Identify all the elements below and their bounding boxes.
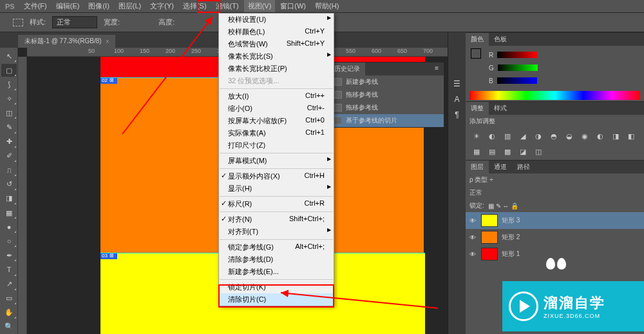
layers-tab[interactable]: 图层 bbox=[466, 161, 489, 173]
history-tab[interactable]: 历史记录 bbox=[329, 63, 365, 75]
type-tool[interactable]: T bbox=[1, 263, 17, 276]
menu-item-显示(H)[interactable]: 显示(H) bbox=[219, 182, 334, 195]
adjust-icon[interactable]: ◐ bbox=[486, 130, 498, 142]
adjust-icon[interactable]: ◒ bbox=[564, 130, 575, 142]
dodge-tool[interactable]: ○ bbox=[1, 235, 17, 248]
menu-edit[interactable]: 编辑(E) bbox=[52, 0, 84, 12]
menu-item-校样设置(U)[interactable]: 校样设置(U) bbox=[219, 14, 334, 26]
menu-item-放大(I)[interactable]: 放大(I)Ctrl++ bbox=[219, 90, 334, 103]
menu-filter[interactable]: 滤镜(T) bbox=[212, 0, 243, 12]
lock-icons[interactable]: ▦ ✎ ↔ 🔒 bbox=[488, 202, 518, 210]
menu-type[interactable]: 文字(Y) bbox=[146, 0, 178, 12]
menu-item-色域警告(W)[interactable]: 色域警告(W)Shift+Ctrl+Y bbox=[219, 38, 334, 50]
history-brush-tool[interactable]: ↺ bbox=[1, 178, 17, 191]
menu-view[interactable]: 视图(V) bbox=[244, 0, 276, 12]
history-panel[interactable]: 历史记录≡ 新建参考线拖移参考线拖移参考线基于参考线的切片 bbox=[328, 62, 444, 128]
layer-row[interactable]: 👁矩形 3 bbox=[466, 212, 644, 229]
hand-tool[interactable]: ✋ bbox=[1, 306, 17, 319]
adjust-icon[interactable]: ◫ bbox=[533, 146, 544, 157]
stamp-tool[interactable]: ⎍ bbox=[1, 164, 17, 177]
heal-tool[interactable]: ✚ bbox=[1, 135, 17, 148]
menu-item-像素长宽比(S)[interactable]: 像素长宽比(S) bbox=[219, 50, 334, 63]
menu-image[interactable]: 图像(I) bbox=[84, 0, 113, 12]
adjust-icon[interactable]: ◑ bbox=[533, 130, 544, 142]
adjust-icon[interactable]: ◓ bbox=[548, 130, 560, 142]
adjust-tab[interactable]: 调整 bbox=[466, 102, 489, 115]
panel-menu-icon[interactable]: ≡ bbox=[430, 63, 444, 75]
color-tab[interactable]: 颜色 bbox=[466, 33, 489, 46]
history-item[interactable]: 基于参考线的切片 bbox=[329, 114, 444, 127]
zoom-tool[interactable]: 🔍 bbox=[1, 320, 17, 333]
menu-item-清除参考线(D)[interactable]: 清除参考线(D) bbox=[219, 253, 334, 266]
path-tool[interactable]: ↗ bbox=[1, 278, 17, 291]
menu-item-像素长宽比校正(P)[interactable]: 像素长宽比校正(P) bbox=[219, 63, 334, 75]
adjust-icon[interactable]: ▦ bbox=[471, 146, 482, 157]
lasso-tool[interactable]: ⟆ bbox=[1, 78, 17, 91]
b-slider[interactable] bbox=[497, 77, 537, 84]
channels-tab[interactable]: 通道 bbox=[489, 161, 512, 173]
menu-item-缩小(O)[interactable]: 缩小(O)Ctrl+- bbox=[219, 103, 334, 115]
menu-item-打印尺寸(Z)[interactable]: 打印尺寸(Z) bbox=[219, 139, 334, 152]
menu-item-锁定参考线(G)[interactable]: 锁定参考线(G)Alt+Ctrl+; bbox=[219, 241, 334, 253]
adjust-icon[interactable]: ▤ bbox=[486, 146, 498, 157]
visibility-icon[interactable]: 👁 bbox=[468, 251, 477, 258]
layer-row[interactable]: 👁矩形 2 bbox=[466, 229, 644, 246]
menu-file[interactable]: 文件(F) bbox=[20, 0, 51, 12]
foreground-swatch[interactable] bbox=[471, 48, 481, 59]
adjust-icon[interactable]: ◪ bbox=[517, 146, 529, 157]
adjust-icon[interactable]: ◧ bbox=[625, 130, 637, 142]
close-icon[interactable]: × bbox=[106, 38, 109, 45]
eyedropper-tool[interactable]: ✎ bbox=[1, 121, 17, 133]
swatches-tab[interactable]: 色板 bbox=[489, 33, 512, 46]
color-ramp[interactable] bbox=[469, 91, 640, 100]
wand-tool[interactable]: ✧ bbox=[1, 92, 17, 105]
adjust-icon[interactable]: ◨ bbox=[610, 130, 621, 142]
menu-layer[interactable]: 图层(L) bbox=[115, 0, 145, 12]
menu-item-对齐(N)[interactable]: 对齐(N)Shift+Ctrl+; bbox=[219, 213, 334, 226]
menu-item-显示额外内容(X)[interactable]: 显示额外内容(X)Ctrl+H bbox=[219, 170, 334, 182]
menu-item-屏幕模式(M)[interactable]: 屏幕模式(M) bbox=[219, 155, 334, 167]
marquee-tool[interactable]: ▢ bbox=[1, 64, 17, 77]
layer-filter-kind[interactable]: ρ 类型 ÷ bbox=[469, 175, 493, 184]
brush-tool[interactable]: ✐ bbox=[1, 150, 17, 162]
blur-tool[interactable]: ● bbox=[1, 221, 17, 233]
history-icon[interactable]: ☰ bbox=[451, 77, 464, 90]
adjust-icon[interactable]: ☀ bbox=[471, 130, 482, 142]
visibility-icon[interactable]: 👁 bbox=[468, 217, 477, 224]
menu-window[interactable]: 窗口(W) bbox=[276, 0, 310, 12]
adjust-icon[interactable]: ◉ bbox=[579, 130, 591, 142]
crop-tool[interactable]: ◫ bbox=[1, 106, 17, 119]
adjust-icon[interactable]: ▩ bbox=[502, 146, 513, 157]
adjust-icon[interactable]: ◐ bbox=[594, 130, 606, 142]
eraser-tool[interactable]: ◨ bbox=[1, 192, 17, 205]
menu-item-按屏幕大小缩放(F)[interactable]: 按屏幕大小缩放(F)Ctrl+0 bbox=[219, 115, 334, 127]
shape-tool[interactable]: ▭ bbox=[1, 292, 17, 305]
history-item[interactable]: 拖移参考线 bbox=[329, 88, 444, 101]
adjust-icon[interactable]: ▥ bbox=[502, 130, 513, 142]
menu-help[interactable]: 帮助(H) bbox=[311, 0, 343, 12]
menu-item-锁定切片(K)[interactable]: 锁定切片(K) bbox=[219, 281, 334, 293]
menu-item-新建参考线(E)...[interactable]: 新建参考线(E)... bbox=[219, 266, 334, 278]
move-tool[interactable]: ↖ bbox=[1, 50, 17, 63]
r-slider[interactable] bbox=[497, 52, 537, 58]
menu-item-清除切片(C)[interactable]: 清除切片(C) bbox=[219, 293, 334, 306]
menu-item-校样颜色(L)[interactable]: 校样颜色(L)Ctrl+Y bbox=[219, 26, 334, 38]
color-panel[interactable]: 颜色色板 R G B bbox=[466, 32, 644, 101]
menu-item-实际像素(A)[interactable]: 实际像素(A)Ctrl+1 bbox=[219, 127, 334, 139]
style-select[interactable]: 正常 bbox=[52, 16, 97, 28]
menu-select[interactable]: 选择(S) bbox=[179, 0, 211, 12]
char-icon[interactable]: A bbox=[451, 93, 464, 106]
pen-tool[interactable]: ✒ bbox=[1, 249, 17, 262]
history-item[interactable]: 新建参考线 bbox=[329, 75, 444, 88]
visibility-icon[interactable]: 👁 bbox=[468, 234, 477, 241]
g-slider[interactable] bbox=[498, 64, 538, 71]
blend-mode-select[interactable]: 正常 bbox=[469, 188, 482, 197]
adjustments-panel[interactable]: 调整样式 添加调整 ☀◐▥◢◑◓◒◉◐◨◧▦▤▩◪◫ bbox=[466, 101, 644, 160]
history-item[interactable]: 拖移参考线 bbox=[329, 101, 444, 114]
menu-item-标尺(R)[interactable]: 标尺(R)Ctrl+R bbox=[219, 198, 334, 210]
styles-tab[interactable]: 样式 bbox=[489, 102, 512, 115]
gradient-tool[interactable]: ▦ bbox=[1, 206, 17, 219]
para-icon[interactable]: ¶ bbox=[451, 108, 464, 121]
paths-tab[interactable]: 路径 bbox=[512, 161, 535, 173]
menu-item-对齐到(T)[interactable]: 对齐到(T) bbox=[219, 226, 334, 238]
